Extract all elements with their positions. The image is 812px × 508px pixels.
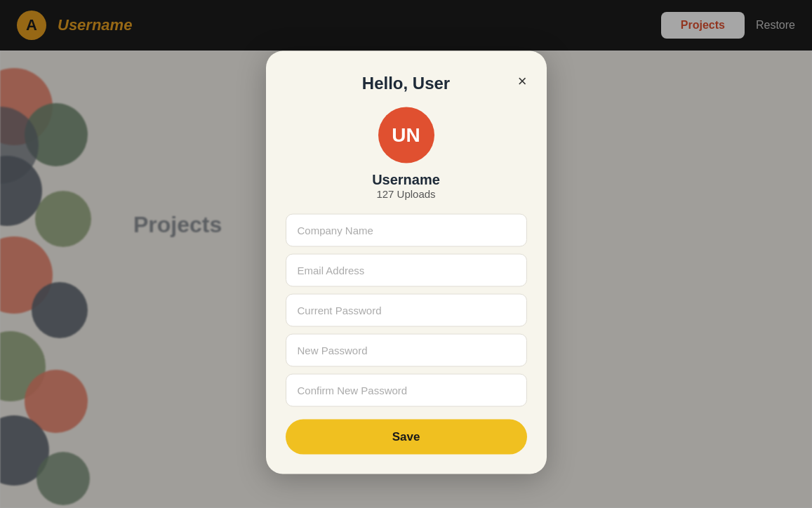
modal-username: Username xyxy=(286,172,527,188)
avatar-initials: UN xyxy=(392,124,420,147)
save-button[interactable]: Save xyxy=(286,420,527,455)
modal-header: Hello, User × xyxy=(286,74,527,93)
modal-uploads: 127 Uploads xyxy=(286,188,527,200)
email-address-input[interactable] xyxy=(286,254,527,287)
user-avatar: UN xyxy=(378,107,434,163)
current-password-input[interactable] xyxy=(286,294,527,327)
user-profile-modal: Hello, User × UN Username 127 Uploads Sa… xyxy=(266,51,547,474)
modal-close-button[interactable]: × xyxy=(518,74,527,89)
modal-title: Hello, User xyxy=(362,74,450,93)
company-name-input[interactable] xyxy=(286,214,527,247)
confirm-password-input[interactable] xyxy=(286,374,527,407)
new-password-input[interactable] xyxy=(286,334,527,367)
